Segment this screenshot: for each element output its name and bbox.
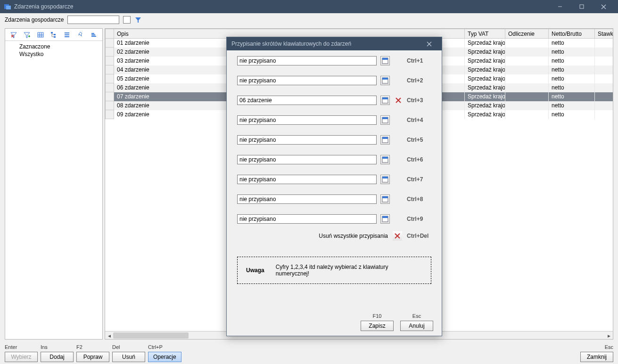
pick-event-button[interactable] [380, 76, 390, 85]
hint-zapisz: F10 [373, 313, 382, 320]
svg-rect-40 [382, 137, 388, 139]
assignment-input[interactable] [237, 56, 377, 65]
delete-all-shortcut: Ctrl+Del [407, 233, 431, 239]
svg-rect-34 [382, 97, 388, 99]
note-heading: Uwaga [246, 267, 264, 274]
filter-input[interactable] [67, 16, 119, 24]
shortcut-label: Ctrl+3 [407, 97, 431, 104]
hint-anuluj: Esc [412, 313, 421, 320]
tree-item-zaznaczone[interactable]: Zaznaczone [9, 43, 99, 50]
svg-marker-6 [135, 17, 141, 23]
hint-dodaj: Ins [41, 344, 48, 351]
svg-rect-46 [382, 196, 388, 198]
tree-icon[interactable] [49, 30, 58, 40]
shortcut-dialog: Przypisanie skrótów klawiaturowych do zd… [226, 37, 442, 336]
row-header-column[interactable] [106, 29, 114, 39]
hint-operacje: Ctrl+P [148, 344, 163, 351]
shortcut-label: Ctrl+1 [407, 57, 431, 64]
pick-event-button[interactable] [380, 56, 390, 65]
hint-zamknij: Esc [605, 344, 613, 351]
clear-assignment-button [394, 175, 403, 184]
filter-clear-icon[interactable] [9, 30, 18, 40]
pick-event-button[interactable] [380, 96, 390, 105]
shortcut-label: Ctrl+9 [407, 216, 431, 222]
assignment-input[interactable] [237, 135, 377, 145]
delete-all-label: Usuń wszystkie przypisania [319, 233, 388, 239]
dialog-titlebar: Przypisanie skrótów klawiaturowych do zd… [227, 37, 442, 50]
shortcut-label: Ctrl+8 [407, 196, 431, 202]
operacje-button[interactable]: Operacje [148, 352, 181, 362]
svg-rect-42 [382, 157, 388, 159]
anuluj-button[interactable]: Anuluj [400, 321, 433, 331]
clear-assignment-button[interactable] [394, 96, 403, 105]
zamknij-button[interactable]: Zamknij [580, 352, 613, 362]
clear-assignment-button [394, 115, 403, 125]
dialog-title: Przypisanie skrótów klawiaturowych do zd… [231, 40, 421, 47]
svg-rect-20 [54, 36, 56, 38]
shortcut-label: Ctrl+7 [407, 176, 431, 183]
maximize-button[interactable] [571, 0, 593, 13]
assignment-input[interactable] [237, 155, 377, 164]
bottom-toolbar: EnterWybierz InsDodaj F2Popraw DelUsuń C… [0, 340, 618, 364]
assignment-row: Ctrl+6 [237, 155, 431, 164]
svg-rect-1 [6, 6, 11, 9]
filter-add-icon[interactable] [22, 30, 32, 40]
usun-button[interactable]: Usuń [112, 352, 145, 362]
assignment-input[interactable] [237, 76, 377, 85]
window-title: Zdarzenia gospodarcze [14, 3, 549, 10]
clear-assignment-button [394, 76, 403, 85]
side-panel: Zaznaczone Wszystko [5, 28, 103, 340]
clear-assignment-button [394, 194, 403, 204]
assignment-input[interactable] [237, 115, 377, 125]
scroll-right-arrow[interactable]: ▸ [605, 332, 613, 340]
col-netto-brutto[interactable]: Netto/Brutto [549, 29, 595, 39]
assignment-row: Ctrl+1 [237, 56, 431, 65]
pin-icon[interactable] [76, 30, 85, 40]
assignment-input[interactable] [237, 96, 377, 105]
assignment-row: Ctrl+8 [237, 194, 431, 204]
pick-event-button[interactable] [380, 214, 390, 224]
shortcut-label: Ctrl+5 [407, 137, 431, 143]
pick-event-button[interactable] [380, 115, 390, 125]
assignment-input[interactable] [237, 194, 377, 204]
col-typ-vat[interactable]: Typ VAT [465, 29, 505, 39]
filter-funnel-icon[interactable] [134, 16, 142, 24]
shortcut-label: Ctrl+2 [407, 77, 431, 84]
filter-label: Zdarzenia gospodarcze [5, 16, 64, 23]
clear-assignment-button [394, 135, 403, 145]
pick-event-button[interactable] [380, 194, 390, 204]
dodaj-button[interactable]: Dodaj [41, 352, 74, 362]
sort-icon[interactable] [89, 30, 99, 40]
scroll-thumb[interactable] [113, 332, 189, 339]
assignment-input[interactable] [237, 175, 377, 184]
filter-checkbox[interactable] [123, 16, 131, 24]
svg-rect-18 [51, 32, 53, 33]
minimize-button[interactable] [549, 0, 571, 13]
pick-event-button[interactable] [380, 175, 390, 184]
grid-icon[interactable] [36, 30, 45, 40]
tree-item-wszystko[interactable]: Wszystko [9, 50, 99, 58]
popraw-button[interactable]: Popraw [76, 352, 109, 362]
list-icon[interactable] [62, 30, 72, 40]
hint-popraw: F2 [76, 344, 82, 351]
assignment-row: Ctrl+3 [237, 96, 431, 105]
svg-marker-10 [24, 32, 30, 38]
svg-rect-48 [382, 216, 388, 218]
clear-assignment-button [394, 155, 403, 164]
col-stawka[interactable]: Stawka [595, 29, 614, 39]
note-box: Uwaga Cyfry 1,2,3,4 itd należy wybierać … [237, 257, 431, 284]
svg-rect-32 [382, 78, 388, 80]
tree: Zaznaczone Wszystko [5, 41, 102, 60]
clear-assignment-button [394, 214, 403, 224]
pick-event-button[interactable] [380, 155, 390, 164]
dialog-close-button[interactable] [421, 37, 437, 50]
delete-all-button[interactable] [393, 231, 402, 241]
assignment-row: Ctrl+9 [237, 214, 431, 224]
assignment-input[interactable] [237, 214, 377, 224]
zapisz-button[interactable]: Zapisz [361, 321, 394, 331]
close-button[interactable] [593, 0, 614, 13]
scroll-left-arrow[interactable]: ◂ [105, 332, 113, 340]
wybierz-button[interactable]: Wybierz [5, 352, 38, 362]
pick-event-button[interactable] [380, 135, 390, 145]
col-odliczenie[interactable]: Odliczenie [505, 29, 549, 39]
